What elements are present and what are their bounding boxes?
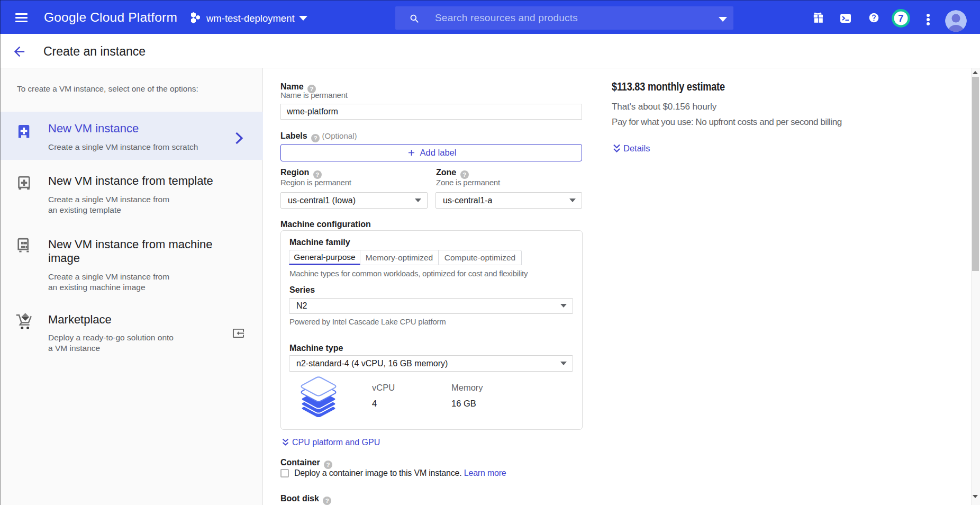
svg-text:7: 7 <box>898 13 903 24</box>
